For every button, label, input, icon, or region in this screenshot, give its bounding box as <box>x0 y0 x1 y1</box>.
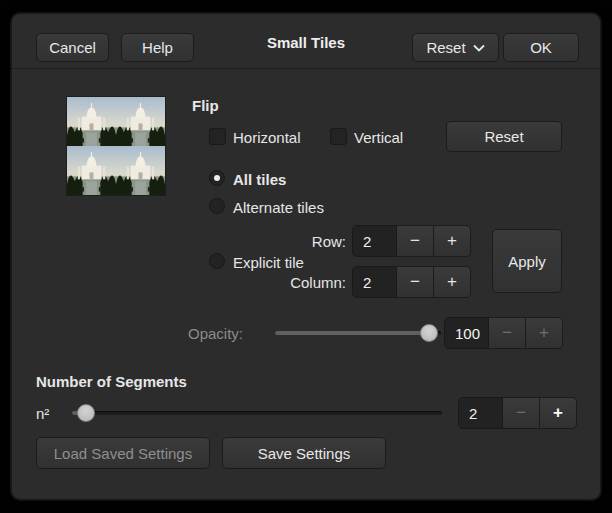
preview-tile <box>116 146 165 195</box>
opacity-slider[interactable] <box>275 317 441 349</box>
apply-button[interactable]: Apply <box>492 229 562 293</box>
cancel-button[interactable]: Cancel <box>36 33 109 62</box>
opacity-spinner: 100 − + <box>444 317 563 349</box>
plus-icon: + <box>553 403 563 423</box>
opacity-value-field[interactable]: 100 <box>444 317 489 349</box>
preview-tile <box>67 146 116 195</box>
segments-slider-track <box>72 411 442 415</box>
all-tiles-radio[interactable] <box>209 170 225 186</box>
row-increment-button[interactable]: + <box>434 225 471 257</box>
reset-dropdown-label: Reset <box>426 39 465 56</box>
preview-tile <box>116 97 165 146</box>
alternate-tiles-radio[interactable] <box>209 198 225 214</box>
segments-spinner: 2 − + <box>458 397 577 429</box>
chevron-down-icon <box>473 44 485 52</box>
column-increment-button[interactable]: + <box>434 266 471 298</box>
segments-slider-handle[interactable] <box>77 404 95 422</box>
preview-image <box>66 96 166 196</box>
column-value-field[interactable]: 2 <box>352 266 397 298</box>
opacity-increment-button[interactable]: + <box>526 317 563 349</box>
segments-param-label: n² <box>36 405 49 422</box>
dialog-header: Cancel Help Small Tiles Reset OK <box>12 14 600 69</box>
column-label: Column: <box>272 274 346 291</box>
row-decrement-button[interactable]: − <box>397 225 434 257</box>
row-label: Row: <box>282 233 346 250</box>
column-decrement-button[interactable]: − <box>397 266 434 298</box>
segments-decrement-button[interactable]: − <box>503 397 540 429</box>
explicit-tile-radio[interactable] <box>209 253 225 269</box>
help-button[interactable]: Help <box>121 33 194 62</box>
segments-value-field[interactable]: 2 <box>458 397 503 429</box>
row-spinner: 2 − + <box>352 225 471 257</box>
segments-increment-button[interactable]: + <box>540 397 577 429</box>
minus-icon: − <box>410 231 420 251</box>
explicit-tile-label[interactable]: Explicit tile <box>233 254 304 271</box>
vertical-checkbox[interactable] <box>330 128 347 145</box>
reset-dropdown-button[interactable]: Reset <box>412 33 499 62</box>
save-settings-button[interactable]: Save Settings <box>222 437 386 469</box>
vertical-checkbox-label[interactable]: Vertical <box>354 129 403 146</box>
plus-icon: + <box>447 272 457 292</box>
opacity-slider-handle[interactable] <box>420 324 438 342</box>
opacity-slider-fill <box>275 331 430 335</box>
ok-button[interactable]: OK <box>503 33 579 62</box>
plus-icon: + <box>447 231 457 251</box>
flip-reset-button[interactable]: Reset <box>446 121 562 152</box>
small-tiles-dialog: Cancel Help Small Tiles Reset OK <box>11 13 601 500</box>
horizontal-checkbox-label[interactable]: Horizontal <box>233 129 301 146</box>
opacity-decrement-button[interactable]: − <box>489 317 526 349</box>
segments-heading: Number of Segments <box>36 373 187 390</box>
all-tiles-label[interactable]: All tiles <box>233 171 286 188</box>
minus-icon: − <box>410 272 420 292</box>
horizontal-checkbox[interactable] <box>209 128 226 145</box>
row-value-field[interactable]: 2 <box>352 225 397 257</box>
minus-icon: − <box>516 403 526 423</box>
minus-icon: − <box>502 323 512 343</box>
plus-icon: + <box>539 323 549 343</box>
alternate-tiles-label[interactable]: Alternate tiles <box>233 199 324 216</box>
preview-defs <box>67 97 116 146</box>
opacity-label: Opacity: <box>162 325 243 342</box>
load-saved-settings-button[interactable]: Load Saved Settings <box>36 437 210 469</box>
opacity-slider-track <box>275 331 441 335</box>
column-spinner: 2 − + <box>352 266 471 298</box>
flip-heading: Flip <box>192 97 219 114</box>
segments-slider[interactable] <box>72 397 442 429</box>
